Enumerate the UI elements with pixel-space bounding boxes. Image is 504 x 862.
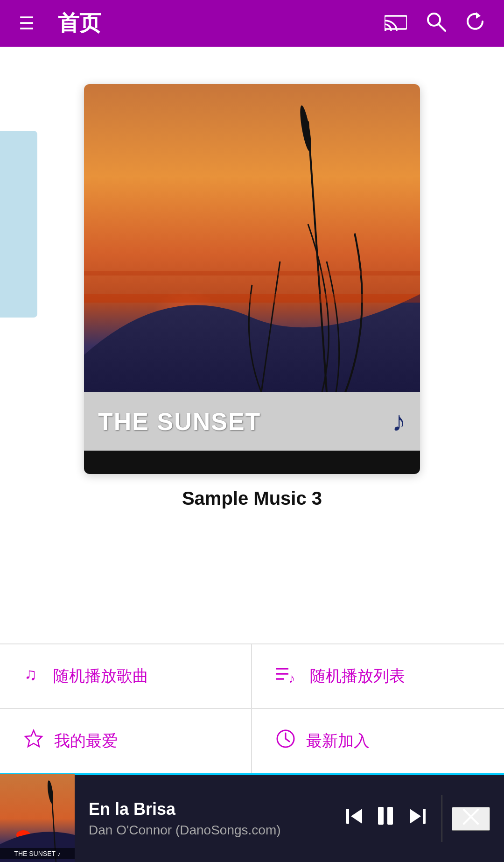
favorites-button[interactable]: 我的最爱 xyxy=(0,709,252,773)
album-art xyxy=(84,84,420,392)
svg-line-3 xyxy=(439,24,445,31)
top-bar-left: ☰ 首页 xyxy=(19,9,101,38)
now-playing-artist: Dan O'Connor (DanoSongs.com) xyxy=(89,823,330,838)
shuffle-list-button[interactable]: ♪ 随机播放列表 xyxy=(252,644,504,709)
svg-text:♪: ♪ xyxy=(288,671,295,684)
shuffle-list-icon: ♪ xyxy=(275,664,300,688)
search-icon[interactable] xyxy=(426,11,446,36)
shuffle-list-label: 随机播放列表 xyxy=(310,665,405,687)
hamburger-menu-icon[interactable]: ☰ xyxy=(19,13,35,34)
action-grid: ♫ 随机播放歌曲 ♪ 随机播放列表 我的最爱 xyxy=(0,643,504,773)
album-card[interactable]: THE SUNSET ♪ xyxy=(84,84,420,474)
controls-divider xyxy=(441,795,442,842)
shuffle-songs-button[interactable]: ♫ 随机播放歌曲 xyxy=(0,644,252,709)
svg-marker-28 xyxy=(351,809,362,824)
recent-label: 最新加入 xyxy=(306,730,370,752)
svg-rect-31 xyxy=(387,807,393,825)
favorites-icon xyxy=(23,728,44,754)
recent-icon xyxy=(275,728,296,754)
main-content-area: THE SUNSET ♪ Sample Music 3 xyxy=(0,47,504,528)
favorites-label: 我的最爱 xyxy=(54,730,118,752)
music-note-icon: ♪ xyxy=(392,405,406,438)
recent-button[interactable]: 最新加入 xyxy=(252,709,504,773)
pause-button[interactable] xyxy=(374,804,398,833)
previous-button[interactable] xyxy=(344,806,365,831)
side-card-left-peek xyxy=(0,131,37,318)
svg-text:♫: ♫ xyxy=(24,664,37,684)
album-name-label: Sample Music 3 xyxy=(182,488,322,509)
close-button[interactable] xyxy=(452,807,490,831)
next-button[interactable] xyxy=(407,806,427,831)
top-bar-right xyxy=(385,11,485,36)
cast-icon[interactable] xyxy=(385,12,407,35)
svg-rect-33 xyxy=(423,809,426,824)
album-art-title: THE SUNSET xyxy=(98,408,261,436)
album-bottom-bar xyxy=(84,451,420,474)
refresh-icon[interactable] xyxy=(465,11,485,36)
now-playing-title: En la Brisa xyxy=(89,799,330,819)
shuffle-songs-icon: ♫ xyxy=(23,664,43,688)
now-playing-thumbnail[interactable]: THE SUNSET ♪ xyxy=(0,774,75,862)
shuffle-songs-label: 随机播放歌曲 xyxy=(53,665,148,687)
now-playing-controls xyxy=(344,795,504,842)
svg-rect-29 xyxy=(346,809,349,824)
svg-rect-30 xyxy=(378,807,384,825)
album-title-bar: THE SUNSET ♪ xyxy=(84,392,420,451)
page-title: 首页 xyxy=(58,9,101,38)
now-playing-info: En la Brisa Dan O'Connor (DanoSongs.com) xyxy=(75,799,344,838)
now-playing-thumb-label: THE SUNSET ♪ xyxy=(0,848,75,859)
svg-marker-19 xyxy=(25,730,42,747)
svg-marker-4 xyxy=(476,12,481,19)
top-navigation-bar: ☰ 首页 xyxy=(0,0,504,47)
svg-line-22 xyxy=(286,739,289,742)
svg-marker-32 xyxy=(410,809,421,824)
svg-rect-13 xyxy=(84,271,420,276)
now-playing-bar: THE SUNSET ♪ En la Brisa Dan O'Connor (D… xyxy=(0,773,504,862)
svg-rect-12 xyxy=(84,294,420,303)
